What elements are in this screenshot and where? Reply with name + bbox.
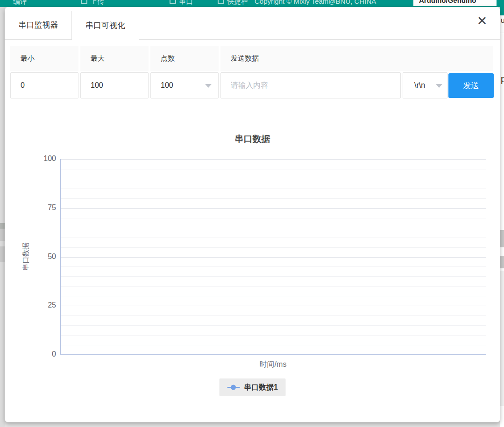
series-line-marker-icon: [227, 387, 240, 388]
points-select[interactable]: 100: [150, 72, 219, 98]
points-column-header: 点数: [150, 46, 219, 71]
underlay-band: [0, 246, 5, 262]
underlay-band: [500, 230, 504, 247]
plot-area: [60, 159, 486, 355]
min-input[interactable]: [10, 72, 78, 98]
tab-serial-monitor[interactable]: 串口监视器: [6, 11, 71, 40]
gridline: [61, 169, 486, 169]
serial-icon: [170, 0, 176, 4]
send-button[interactable]: 发送: [448, 73, 494, 98]
chevron-down-icon: [205, 84, 212, 88]
y-tick-label: 25: [32, 301, 56, 309]
shortcut-bar-icon: [218, 0, 224, 4]
underlay-panel: [500, 271, 504, 406]
gridline: [61, 306, 486, 306]
gridline: [61, 218, 486, 218]
max-input[interactable]: [80, 72, 149, 98]
menu-item-upload[interactable]: 上传: [90, 0, 104, 6]
copyright-text: Copyright © Mixly Team@BNU, CHINA: [255, 0, 376, 6]
points-select-value: 100: [161, 81, 173, 89]
gridline: [61, 247, 486, 248]
left-edge-underlay: [0, 7, 5, 427]
board-selector-label: Arduino/Genuino: [419, 0, 476, 4]
min-column-header: 最小: [10, 46, 78, 71]
chevron-down-icon: [436, 84, 442, 88]
gridline: [61, 345, 486, 345]
gridline: [61, 335, 486, 336]
underlay-text-fragment: u: [501, 16, 504, 25]
menu-item-shortcut[interactable]: 快捷栏: [227, 0, 248, 6]
underlay-text-fragment: p: [501, 74, 504, 84]
y-tick-label: 50: [32, 252, 56, 261]
gridline: [61, 325, 486, 326]
line-ending-value: \r\n: [414, 81, 425, 89]
dialog-tab-bar: 串口监视器 串口可视化: [5, 11, 500, 40]
chart-title: 串口数据: [5, 133, 500, 145]
menu-item-compile[interactable]: 编译: [13, 0, 27, 6]
gridline: [61, 296, 486, 296]
underlay-teal-block: [500, 7, 504, 15]
close-icon[interactable]: ✕: [474, 13, 490, 29]
max-column-header: 最大: [80, 46, 149, 71]
y-tick-label: 0: [32, 350, 56, 358]
gridline: [61, 228, 486, 228]
y-axis-ticks: 1007550250: [32, 159, 56, 355]
gridline: [61, 189, 486, 189]
underlay-band: [0, 229, 5, 241]
send-data-column-header: 发送数据: [220, 46, 493, 71]
underlay-band: [500, 256, 504, 268]
legend-item-series1[interactable]: 串口数据1: [219, 378, 286, 396]
gridline: [61, 266, 486, 267]
gridline: [61, 276, 486, 277]
serial-dialog: 串口监视器 串口可视化 ✕ 最小 最大 点数 发送数据 100 \r\n 发送 …: [5, 7, 500, 422]
upload-icon: [81, 0, 87, 4]
gridline: [61, 208, 486, 209]
x-axis-label: 时间/ms: [60, 360, 486, 370]
y-axis-label: 串口数据: [21, 243, 30, 271]
gridline: [61, 286, 486, 287]
line-ending-select[interactable]: \r\n: [403, 72, 447, 98]
menu-item-serial[interactable]: 串口: [179, 0, 193, 6]
gridline: [61, 198, 486, 199]
legend-label: 串口数据1: [244, 383, 278, 392]
tab-serial-visualization[interactable]: 串口可视化: [71, 11, 139, 40]
y-tick-label: 100: [32, 154, 56, 163]
y-tick-label: 75: [32, 203, 56, 212]
gridline: [61, 257, 486, 258]
gridline: [61, 179, 486, 179]
gridline: [61, 315, 486, 316]
series-dot-icon: [231, 385, 236, 390]
send-content-input[interactable]: [220, 72, 401, 98]
board-selector[interactable]: Arduino/Genuino: [413, 0, 497, 6]
underlay-band: [0, 223, 5, 229]
right-edge-underlay: u p: [500, 7, 504, 427]
gridline: [61, 238, 486, 238]
gridline: [61, 159, 486, 160]
underlay-divider: [500, 33, 504, 33]
